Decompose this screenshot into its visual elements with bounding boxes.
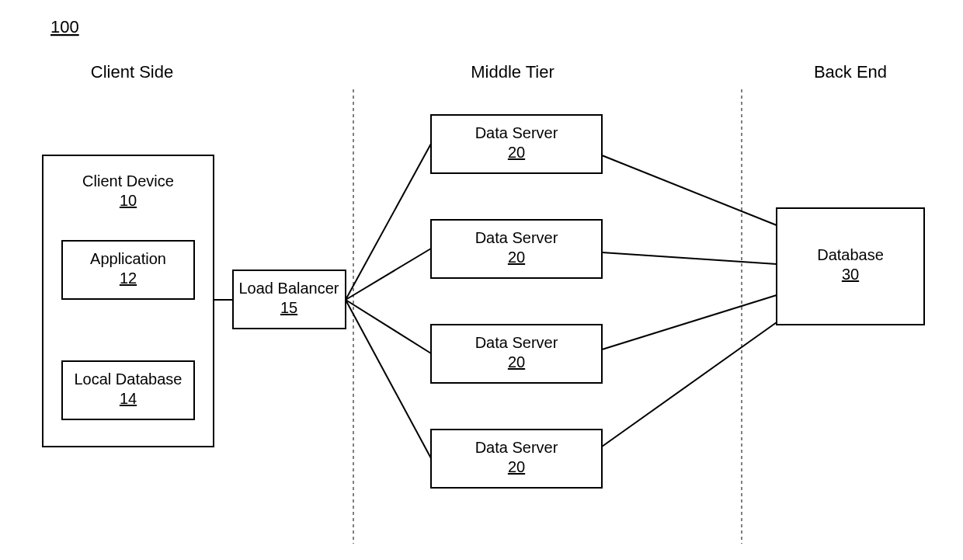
tier-header-client: Client Side bbox=[91, 62, 173, 82]
data-server-2-ref: 20 bbox=[508, 249, 525, 266]
application-ref: 12 bbox=[120, 270, 137, 287]
local-database-label: Local Database bbox=[75, 370, 183, 388]
application-label: Application bbox=[90, 250, 166, 267]
data-server-1-label: Data Server bbox=[475, 124, 558, 141]
connector-lb-to-ds2 bbox=[346, 249, 431, 300]
client-device-block: Client Device 10 Application 12 Local Da… bbox=[43, 155, 214, 447]
data-server-1-block: Data Server 20 bbox=[431, 115, 602, 173]
database-block: Database 30 bbox=[777, 208, 924, 325]
architecture-diagram: 100 Client Side Middle Tier Back End Cli… bbox=[0, 0, 963, 560]
database-ref: 30 bbox=[842, 266, 859, 283]
client-device-label: Client Device bbox=[82, 172, 174, 190]
connector-lb-to-ds4 bbox=[346, 300, 431, 458]
load-balancer-ref: 15 bbox=[280, 299, 297, 316]
tier-header-middle: Middle Tier bbox=[471, 62, 555, 82]
connector-lb-to-ds1 bbox=[346, 144, 431, 300]
local-database-ref: 14 bbox=[120, 390, 137, 407]
figure-number: 100 bbox=[50, 17, 79, 37]
connector-lb-to-ds3 bbox=[346, 300, 431, 353]
data-server-1-ref: 20 bbox=[508, 144, 525, 161]
data-server-3-ref: 20 bbox=[508, 353, 525, 370]
data-server-2-block: Data Server 20 bbox=[431, 220, 602, 278]
load-balancer-block: Load Balancer 15 bbox=[233, 270, 346, 329]
connector-ds1-to-db bbox=[602, 155, 777, 225]
data-server-4-ref: 20 bbox=[508, 458, 525, 475]
application-block: Application 12 bbox=[62, 241, 194, 299]
local-database-block: Local Database 14 bbox=[62, 361, 194, 419]
tier-header-back: Back End bbox=[814, 62, 887, 82]
client-device-ref: 10 bbox=[120, 192, 137, 209]
data-server-4-label: Data Server bbox=[475, 439, 558, 456]
data-server-2-label: Data Server bbox=[475, 229, 558, 246]
database-label: Database bbox=[817, 246, 884, 263]
data-server-3-block: Data Server 20 bbox=[431, 325, 602, 383]
connector-ds2-to-db bbox=[602, 252, 777, 264]
data-server-3-label: Data Server bbox=[475, 334, 558, 351]
load-balancer-label: Load Balancer bbox=[239, 280, 339, 297]
data-server-4-block: Data Server 20 bbox=[431, 430, 602, 488]
